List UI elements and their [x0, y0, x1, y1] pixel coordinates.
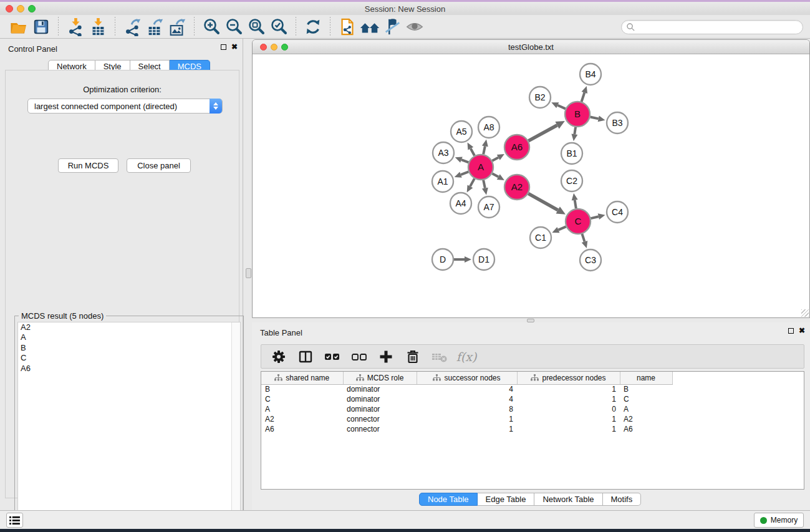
import-network-button[interactable] — [64, 16, 87, 37]
node-label-C4: C4 — [612, 207, 623, 217]
table-cell: 1 — [517, 384, 620, 394]
vertical-splitter-grip[interactable] — [246, 268, 251, 278]
deselect-all-button[interactable] — [350, 348, 368, 365]
import-table-button[interactable] — [87, 16, 109, 37]
edge-A-A5[interactable] — [471, 148, 475, 155]
zoom-fit-button[interactable] — [245, 16, 268, 37]
edge-A-A3[interactable] — [461, 160, 468, 162]
table-row[interactable]: A6connector11A6 — [261, 424, 680, 434]
function-builder-button[interactable]: f(x) — [458, 348, 475, 365]
list-icon — [9, 516, 20, 525]
result-list-item[interactable]: A — [18, 332, 240, 342]
node-label-A3: A3 — [438, 148, 448, 158]
edge-arrowhead — [482, 140, 488, 147]
node-label-A1: A1 — [437, 177, 448, 186]
edge-A-A8[interactable] — [483, 146, 485, 154]
node-label-D: D — [440, 254, 446, 264]
column-header-shared-name[interactable]: shared name — [261, 372, 343, 384]
zoom-in-button[interactable] — [200, 16, 223, 37]
split-view-button[interactable] — [297, 348, 314, 365]
new-network-from-selection-button[interactable] — [336, 16, 359, 37]
network-graph[interactable]: B4B2BB3A5A8A6A3B1AC2A1A2A4A7C4CC1C3DD1 — [253, 54, 809, 317]
export-network-button[interactable] — [121, 16, 143, 37]
memory-button[interactable]: Memory — [754, 513, 804, 528]
node-table[interactable]: shared name MCDS role successor nodes pr… — [261, 371, 804, 490]
add-column-button[interactable] — [377, 348, 395, 365]
edge-C-C4[interactable] — [591, 216, 598, 218]
edge-B-B2[interactable] — [557, 105, 566, 109]
export-image-button[interactable] — [166, 16, 188, 37]
search-input[interactable] — [635, 22, 803, 33]
graphics-details-button[interactable] — [381, 16, 403, 37]
column-header-mcds-role[interactable]: MCDS role — [343, 372, 417, 384]
table-row[interactable]: A2connector11A2 — [261, 414, 680, 424]
delete-column-button[interactable] — [404, 348, 422, 365]
delete-column-icon — [405, 349, 420, 364]
run-mcds-button[interactable]: Run MCDS — [58, 158, 118, 173]
task-history-button[interactable] — [6, 513, 23, 528]
window-resize-grip[interactable] — [801, 309, 809, 317]
refresh-button[interactable] — [302, 16, 324, 37]
export-table-button[interactable] — [143, 16, 166, 37]
edge-A-A4[interactable] — [470, 178, 475, 186]
select-all-icon — [324, 349, 340, 364]
optimization-criterion-dropdown[interactable]: largest connected component (directed) — [27, 99, 223, 114]
zoom-selected-icon — [269, 17, 288, 36]
mcds-result-title: MCDS result (5 nodes) — [19, 311, 106, 321]
hierarchy-icon — [433, 374, 441, 381]
eye-button[interactable] — [403, 16, 426, 37]
close-panel-button[interactable]: Close panel — [127, 158, 191, 173]
network-canvas[interactable]: B4B2BB3A5A8A6A3B1AC2A1A2A4A7C4CC1C3DD1 — [253, 54, 809, 317]
delete-table-button[interactable] — [431, 348, 448, 365]
edge-A2-C[interactable] — [528, 193, 557, 210]
column-header-name[interactable]: name — [620, 372, 672, 384]
table-panel: Table Panel ✖ — [252, 322, 810, 510]
table-cell: 1 — [517, 414, 620, 424]
table-tab-edge-table[interactable]: Edge Table — [478, 493, 535, 506]
close-table-panel-icon[interactable]: ✖ — [799, 327, 805, 334]
result-list-scrollbar[interactable] — [231, 322, 240, 526]
zoom-selected-button[interactable] — [268, 16, 290, 37]
edge-B-B1[interactable] — [574, 127, 576, 135]
result-list-item[interactable]: A2 — [18, 322, 240, 332]
result-list-item[interactable]: B — [18, 343, 240, 353]
result-list-item[interactable]: C — [18, 353, 240, 363]
edge-A-A6[interactable] — [492, 157, 498, 160]
open-session-button[interactable] — [7, 16, 30, 37]
table-row[interactable]: Adominator80A — [261, 404, 680, 414]
table-settings-button[interactable] — [270, 348, 287, 365]
result-list-item[interactable]: A6 — [18, 364, 240, 374]
home-button[interactable] — [359, 16, 381, 37]
edge-B-B4[interactable] — [582, 92, 585, 102]
table-tab-network-table[interactable]: Network Table — [534, 493, 602, 506]
edge-C-C3[interactable] — [582, 234, 584, 242]
edge-A6-B[interactable] — [528, 125, 557, 141]
table-tab-motifs[interactable]: Motifs — [603, 493, 642, 506]
table-row[interactable]: Cdominator41C — [261, 394, 680, 404]
float-panel-icon[interactable] — [221, 44, 226, 50]
table-tab-node-table[interactable]: Node Table — [419, 493, 478, 506]
window-title: Session: New Session — [0, 4, 810, 14]
table-cell: B — [261, 384, 343, 394]
edge-B-B3[interactable] — [591, 117, 599, 118]
open-session-icon — [9, 17, 28, 36]
edge-A-A7[interactable] — [483, 180, 485, 188]
network-window-titlebar[interactable]: testGlobe.txt — [253, 40, 809, 54]
edge-C-C2[interactable] — [575, 200, 576, 209]
node-label-B3: B3 — [612, 118, 622, 128]
float-table-panel-icon[interactable] — [788, 328, 794, 334]
zoom-out-button[interactable] — [223, 16, 245, 37]
column-header-predecessor-nodes[interactable]: predecessor nodes — [517, 372, 620, 384]
mcds-result-list[interactable]: A2ABCA6 — [17, 322, 241, 526]
save-session-button[interactable] — [30, 16, 52, 37]
edge-A-A1[interactable] — [461, 172, 468, 175]
close-panel-icon[interactable]: ✖ — [231, 44, 238, 51]
table-row[interactable]: Bdominator41B — [261, 384, 680, 394]
search-field[interactable] — [621, 20, 803, 34]
edge-A-A2[interactable] — [492, 173, 498, 177]
table-cell: dominator — [343, 394, 417, 404]
select-all-button[interactable] — [324, 348, 341, 365]
edge-arrowhead — [455, 172, 462, 177]
edge-C-C1[interactable] — [558, 226, 566, 230]
column-header-successor-nodes[interactable]: successor nodes — [417, 372, 517, 384]
